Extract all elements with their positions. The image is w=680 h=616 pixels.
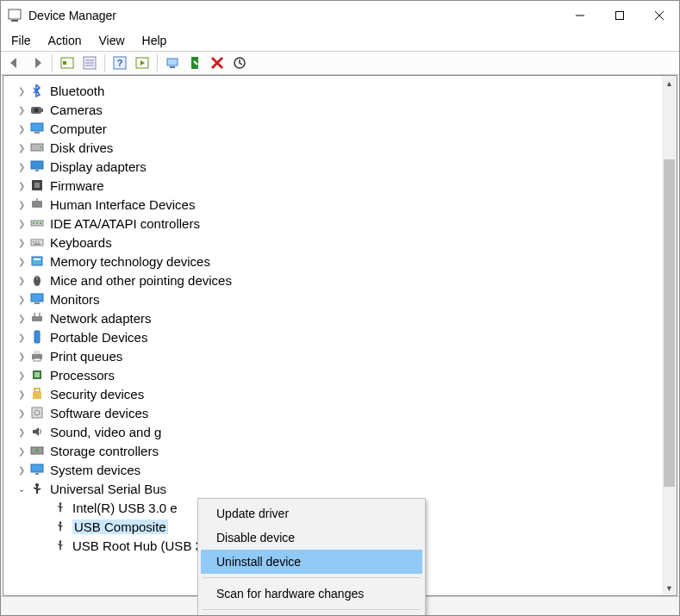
menu-file[interactable]: File (4, 32, 38, 49)
enable-device-button[interactable] (184, 53, 205, 73)
svg-rect-45 (31, 294, 43, 302)
chevron-right-icon[interactable]: ❯ (16, 160, 28, 172)
portable-icon (29, 329, 45, 345)
monitor-icon (29, 291, 45, 307)
maximize-button[interactable] (600, 3, 639, 28)
hid-icon (29, 196, 45, 212)
chevron-right-icon[interactable]: ❯ (16, 407, 28, 419)
tree-category[interactable]: ❯Network adapters (16, 308, 662, 327)
app-icon (8, 9, 22, 22)
chevron-right-icon[interactable]: ❯ (16, 179, 28, 191)
usb-device-icon (53, 520, 67, 533)
forward-button[interactable] (27, 53, 47, 73)
window-controls (560, 3, 679, 28)
tree-category-usb[interactable]: ⌄Universal Serial Bus (16, 479, 662, 498)
chevron-right-icon[interactable]: ❯ (16, 426, 28, 438)
chevron-right-icon[interactable]: ❯ (16, 236, 28, 248)
svg-rect-1 (11, 20, 18, 22)
tree-category[interactable]: ❯Monitors (16, 289, 662, 308)
category-label: Firmware (50, 178, 104, 193)
tree-category[interactable]: ❯Sound, video and g (16, 422, 662, 441)
toolbar-separator (104, 54, 105, 72)
chevron-right-icon[interactable]: ❯ (16, 312, 28, 324)
bluetooth-icon (29, 83, 45, 98)
category-label: Keyboards (50, 235, 112, 250)
chevron-right-icon[interactable]: ❯ (16, 122, 28, 134)
tree-category[interactable]: ❯Computer (16, 119, 662, 138)
vertical-scrollbar[interactable]: ▲ ▼ (662, 76, 677, 595)
tree-category[interactable]: ❯Human Interface Devices (16, 195, 662, 214)
svg-point-20 (34, 109, 39, 113)
menu-action[interactable]: Action (41, 32, 89, 49)
sound-icon (29, 424, 45, 439)
update-driver-button[interactable] (162, 53, 183, 73)
chevron-right-icon[interactable]: ❯ (16, 388, 28, 400)
svg-rect-46 (34, 302, 40, 304)
tree-category[interactable]: ❯Processors (16, 365, 662, 384)
scroll-up-button[interactable]: ▲ (662, 76, 677, 90)
tree-category[interactable]: ❯Keyboards (16, 233, 662, 252)
svg-point-72 (59, 521, 62, 524)
chevron-right-icon[interactable]: ❯ (16, 464, 28, 476)
uninstall-device-button[interactable] (207, 53, 228, 73)
tree-category[interactable]: ❯Firmware (16, 176, 662, 195)
tree-category[interactable]: ❯Portable Devices (16, 327, 662, 346)
tree-category[interactable]: ❯IDE ATA/ATAPI controllers (16, 214, 662, 233)
tree-category[interactable]: ❯Storage controllers (16, 441, 662, 460)
tree-category[interactable]: ❯Display adapters (16, 157, 662, 176)
svg-rect-22 (31, 123, 43, 131)
chevron-right-icon[interactable]: ❯ (16, 141, 28, 153)
device-label: Intel(R) USB 3.0 e (72, 501, 178, 515)
ctx-scan-hardware[interactable]: Scan for hardware changes (201, 582, 422, 606)
close-button[interactable] (639, 3, 679, 28)
category-label: Cameras (50, 103, 103, 117)
properties-button[interactable] (79, 53, 100, 73)
chevron-right-icon[interactable]: ❯ (16, 217, 28, 229)
chevron-right-icon[interactable]: ❯ (16, 293, 28, 305)
show-hide-tree-button[interactable] (57, 53, 78, 73)
ide-icon (29, 215, 45, 231)
chevron-right-icon[interactable]: ❯ (16, 350, 28, 362)
security-icon (29, 386, 45, 401)
svg-rect-56 (34, 389, 40, 392)
tree-category[interactable]: ❯Print queues (16, 346, 662, 365)
tree-category[interactable]: ❯System devices (16, 460, 662, 479)
minimize-button[interactable] (560, 3, 600, 28)
scroll-down-button[interactable]: ▼ (662, 581, 677, 595)
svg-rect-33 (33, 222, 34, 224)
ctx-update-driver[interactable]: Update driver (201, 501, 422, 526)
display-icon (29, 159, 45, 174)
scan-hardware-button[interactable] (229, 53, 250, 73)
ctx-uninstall-device[interactable]: Uninstall device (201, 550, 422, 574)
chevron-right-icon[interactable]: ❯ (16, 84, 28, 96)
chevron-down-icon[interactable]: ⌄ (16, 482, 28, 495)
network-icon (29, 310, 45, 326)
chevron-right-icon[interactable]: ❯ (16, 369, 28, 381)
svg-rect-50 (34, 331, 40, 343)
back-button[interactable] (4, 53, 25, 73)
tree-category[interactable]: ❯Cameras (16, 100, 662, 119)
chevron-right-icon[interactable]: ❯ (16, 445, 28, 457)
chevron-right-icon[interactable]: ❯ (16, 198, 28, 210)
menu-help[interactable]: Help (135, 32, 174, 49)
tree-category[interactable]: ❯Disk drives (16, 138, 662, 157)
tree-category[interactable]: ❯Mice and other pointing devices (16, 271, 662, 289)
scroll-track[interactable] (662, 90, 677, 581)
scroll-thumb[interactable] (664, 159, 675, 487)
chevron-right-icon[interactable]: ❯ (16, 274, 28, 286)
tree-category[interactable]: ❯Software devices (16, 403, 662, 422)
tree-category[interactable]: ❯Memory technology devices (16, 252, 662, 271)
chevron-right-icon[interactable]: ❯ (16, 255, 28, 267)
tree-category[interactable]: ❯Bluetooth (16, 81, 662, 100)
svg-rect-39 (38, 241, 40, 243)
category-label: Memory technology devices (50, 254, 210, 269)
svg-rect-7 (63, 61, 66, 65)
chevron-right-icon[interactable]: ❯ (16, 331, 28, 343)
help-button[interactable]: ? (109, 53, 130, 73)
ctx-disable-device[interactable]: Disable device (201, 526, 422, 550)
action-toolbar-button[interactable] (132, 53, 153, 73)
menu-view[interactable]: View (91, 32, 131, 49)
chevron-right-icon[interactable]: ❯ (16, 103, 28, 115)
tree-category[interactable]: ❯Security devices (16, 384, 662, 403)
svg-rect-53 (34, 358, 41, 361)
